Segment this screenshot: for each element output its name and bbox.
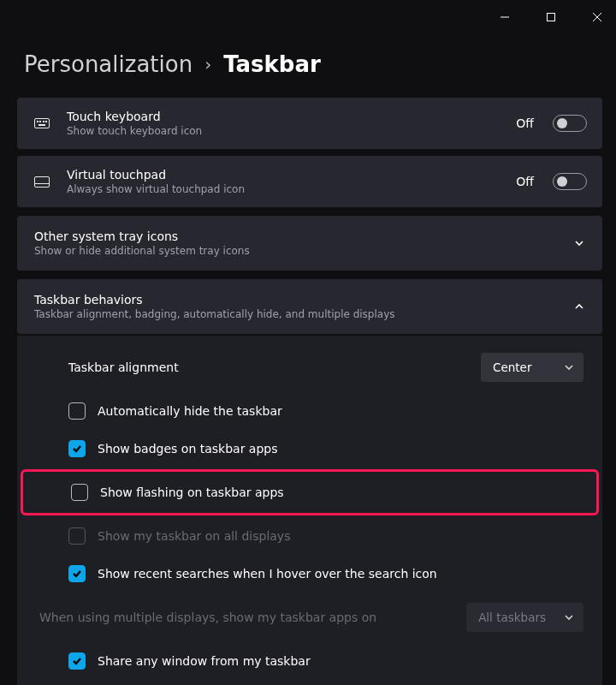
setting-title: Touch keyboard [67, 110, 500, 123]
row-multi-display-apps: When using multiple displays, show my ta… [17, 593, 602, 642]
setting-touch-keyboard[interactable]: Touch keyboard Show touch keyboard icon … [17, 98, 602, 149]
checkbox-badges[interactable] [68, 440, 86, 457]
setting-subtitle: Show touch keyboard icon [67, 125, 500, 137]
checkbox-share-window[interactable] [68, 652, 86, 670]
row-label: Automatically hide the taskbar [98, 404, 583, 418]
maximize-button[interactable] [536, 4, 566, 30]
chevron-down-icon [565, 613, 573, 622]
toggle-state-label: Off [516, 116, 534, 130]
section-title: Taskbar behaviors [34, 293, 573, 307]
touchpad-icon [33, 176, 51, 188]
maximize-icon [547, 13, 555, 21]
toggle-state-label: Off [516, 175, 534, 188]
row-label: Show flashing on taskbar apps [100, 485, 581, 499]
row-label: Show recent searches when I hover over t… [98, 567, 583, 581]
setting-title: Virtual touchpad [67, 168, 500, 182]
chevron-up-icon [573, 301, 585, 313]
close-icon [593, 13, 601, 21]
checkbox-all-displays [68, 527, 86, 545]
row-share-window[interactable]: Share any window from my taskbar [17, 642, 602, 680]
chevron-down-icon [565, 363, 573, 372]
row-label: When using multiple displays, show my ta… [39, 611, 454, 624]
checkbox-autohide[interactable] [68, 402, 86, 420]
row-autohide[interactable]: Automatically hide the taskbar [17, 392, 602, 430]
breadcrumb-current: Taskbar [223, 51, 321, 77]
row-all-displays: Show my taskbar on all displays [17, 517, 602, 555]
minimize-icon [500, 13, 509, 21]
section-title: Other system tray icons [34, 229, 573, 243]
row-badges[interactable]: Show badges on taskbar apps [17, 430, 602, 468]
setting-virtual-touchpad[interactable]: Virtual touchpad Always show virtual tou… [17, 156, 602, 207]
panel-taskbar-behaviors: Taskbar alignment Center Automatically h… [17, 336, 602, 685]
toggle-touch-keyboard[interactable] [553, 115, 587, 132]
close-button[interactable] [582, 4, 613, 30]
select-taskbar-alignment[interactable]: Center [481, 353, 583, 382]
chevron-right-icon: › [204, 54, 211, 74]
section-subtitle: Taskbar alignment, badging, automaticall… [34, 308, 573, 320]
select-multi-display-apps: All taskbars [466, 603, 583, 632]
select-value: All taskbars [478, 611, 546, 624]
section-subtitle: Show or hide additional system tray icon… [34, 245, 573, 257]
row-label: Show my taskbar on all displays [98, 529, 583, 543]
row-flashing-highlighted[interactable]: Show flashing on taskbar apps [21, 469, 599, 515]
row-label: Taskbar alignment [68, 360, 469, 374]
row-far-corner[interactable]: Select the far corner of the taskbar to … [17, 680, 602, 685]
checkbox-recent-searches[interactable] [68, 565, 86, 582]
minimize-button[interactable] [489, 4, 520, 30]
breadcrumb-parent[interactable]: Personalization [24, 51, 192, 77]
toggle-virtual-touchpad[interactable] [553, 173, 587, 190]
setting-subtitle: Always show virtual touchpad icon [67, 183, 500, 195]
row-label: Share any window from my taskbar [98, 654, 583, 668]
breadcrumb: Personalization › Taskbar [0, 34, 616, 98]
row-taskbar-alignment: Taskbar alignment Center [17, 342, 602, 392]
section-other-tray-icons[interactable]: Other system tray icons Show or hide add… [17, 216, 602, 271]
chevron-down-icon [573, 237, 585, 249]
select-value: Center [493, 360, 531, 374]
svg-rect-1 [548, 14, 555, 21]
section-taskbar-behaviors[interactable]: Taskbar behaviors Taskbar alignment, bad… [17, 279, 602, 334]
row-label: Show badges on taskbar apps [98, 442, 583, 456]
checkbox-flashing[interactable] [71, 484, 88, 501]
keyboard-icon [33, 118, 51, 128]
row-recent-searches[interactable]: Show recent searches when I hover over t… [17, 555, 602, 593]
